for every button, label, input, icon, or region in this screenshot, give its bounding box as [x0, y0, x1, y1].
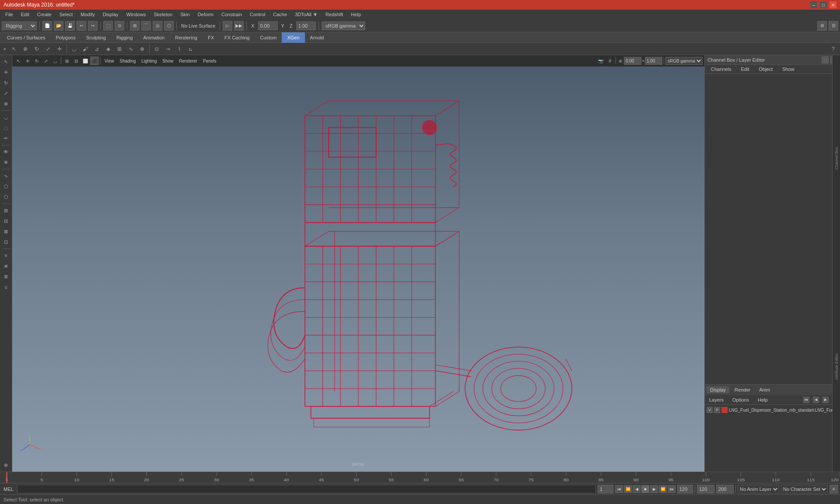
menu-cache[interactable]: Cache: [270, 11, 290, 18]
soft-select-tool[interactable]: ◡: [1, 112, 11, 122]
vp-x-input[interactable]: [624, 57, 641, 65]
cb-anim-tab[interactable]: Anim: [756, 386, 774, 393]
vp-soft-sel-btn[interactable]: ◡: [51, 56, 60, 65]
paint-skin-btn[interactable]: 🖌: [80, 44, 91, 54]
auto-key-btn[interactable]: K: [830, 485, 838, 494]
layer-color-swatch[interactable]: [721, 407, 728, 413]
tab-polygons[interactable]: Polygons: [50, 32, 80, 43]
paint-tool[interactable]: ✏: [1, 133, 11, 143]
show-hide-tool[interactable]: 👁: [1, 147, 11, 157]
frame-start-input[interactable]: [598, 485, 613, 494]
grid-tool-1[interactable]: ⊞: [1, 206, 11, 215]
vp-show-menu[interactable]: Show: [160, 58, 176, 64]
vp-select-btn[interactable]: ↖: [14, 56, 23, 65]
menu-skeleton[interactable]: Skeleton: [150, 11, 176, 18]
rotate-icon-btn[interactable]: ↻: [32, 44, 42, 54]
tab-fx[interactable]: FX: [203, 32, 219, 43]
cb-tab-channels[interactable]: Channels: [707, 66, 735, 73]
pb-go-end[interactable]: ⏭: [668, 485, 676, 493]
tab-curves-surfaces[interactable]: Curves / Surfaces: [2, 32, 50, 43]
character-set-select[interactable]: No Character Set: [781, 485, 828, 494]
freeze-tool[interactable]: ❄: [1, 158, 11, 167]
tab-animation[interactable]: Animation: [138, 32, 170, 43]
cb-expand-btn[interactable]: ⬚: [822, 56, 829, 63]
pb-stop[interactable]: ■: [641, 485, 649, 493]
cb-tab-object[interactable]: Object: [754, 66, 777, 73]
tab-sculpting[interactable]: Sculpting: [81, 32, 111, 43]
cb-help-tab[interactable]: Help: [755, 396, 770, 403]
cb-nav-prev[interactable]: ◀: [813, 397, 819, 403]
viewport[interactable]: ↖ ✛ ↻ ⤢ ◡ ⊞ ⊟ ⬜ ⬛ View Shading Lighting …: [12, 55, 704, 472]
layer-playback-toggle[interactable]: P: [714, 407, 720, 413]
new-scene-btn[interactable]: 📄: [42, 21, 52, 31]
vp-view-menu[interactable]: View: [102, 58, 117, 64]
menu-help[interactable]: Help: [347, 11, 364, 18]
scale-tool[interactable]: ⤢: [1, 88, 11, 98]
channel-box-toggle-btn[interactable]: ☰: [829, 21, 838, 31]
menu-deform[interactable]: Deform: [194, 11, 217, 18]
scale-icon-btn[interactable]: ⤢: [43, 44, 53, 54]
left-bottom-btn[interactable]: ⊕: [1, 460, 11, 470]
anim-layer-select[interactable]: No Anim Layer: [738, 485, 779, 494]
vp-camera-btn[interactable]: 📷: [596, 56, 605, 65]
lasso-btn[interactable]: ⊙: [115, 21, 124, 31]
snap-point-btn[interactable]: ◎: [153, 21, 162, 31]
menu-display[interactable]: Display: [99, 11, 122, 18]
soft-select-btn[interactable]: ◡: [69, 44, 79, 54]
menu-constrain[interactable]: Constrain: [218, 11, 245, 18]
undo-btn[interactable]: ↩: [77, 21, 86, 31]
tab-arnold[interactable]: Arnold: [305, 32, 329, 43]
universal-tool[interactable]: ⊕: [1, 99, 11, 108]
menu-modify[interactable]: Modify: [77, 11, 98, 18]
select-icon-btn[interactable]: ↖: [9, 44, 19, 54]
menu-redshift[interactable]: Redshift: [322, 11, 346, 18]
cb-layers-tab[interactable]: Layers: [707, 396, 726, 403]
snap-surface-btn[interactable]: ⬡: [164, 21, 174, 31]
menu-edit[interactable]: Edit: [18, 11, 33, 18]
snap-grid-btn[interactable]: ⊞: [130, 21, 140, 31]
vp-display-mode-1[interactable]: ⊞: [63, 56, 71, 65]
universal-icon-btn[interactable]: ✛: [54, 44, 65, 54]
cb-nav-first[interactable]: ⏮: [803, 397, 809, 403]
cluster-btn[interactable]: ◈: [103, 44, 113, 54]
vp-panels-menu[interactable]: Panels: [200, 58, 219, 64]
pb-step-fwd[interactable]: ⏩: [659, 485, 667, 493]
pb-go-start[interactable]: ⏮: [615, 485, 623, 493]
workspace-selector[interactable]: Rigging: [2, 21, 37, 30]
tab-rendering[interactable]: Rendering: [170, 32, 203, 43]
tab-xgen[interactable]: XGen: [282, 32, 304, 43]
vp-shading-menu[interactable]: Shading: [117, 58, 139, 64]
range-end-input[interactable]: [716, 485, 734, 494]
y-input[interactable]: 1.00: [296, 21, 316, 30]
spring-ik-btn[interactable]: ⊾: [186, 44, 196, 54]
tab-fx-caching[interactable]: FX Caching: [219, 32, 255, 43]
curve-tool[interactable]: ∿: [1, 171, 11, 181]
menu-file[interactable]: File: [2, 11, 17, 18]
move-tool[interactable]: ✛: [1, 67, 11, 77]
vp-wireframe-btn[interactable]: ⬛: [90, 56, 99, 65]
cb-tab-edit[interactable]: Edit: [736, 66, 753, 73]
vp-renderer-menu[interactable]: Renderer: [176, 58, 200, 64]
attr-tool-4[interactable]: ≤: [1, 282, 11, 292]
tab-custom[interactable]: Custom: [255, 32, 282, 43]
polygon-tool[interactable]: ⬠: [1, 192, 11, 202]
vp-scale-btn[interactable]: ⤢: [42, 56, 50, 65]
attr-tool-1[interactable]: ≡: [1, 251, 11, 260]
grid-tool-4[interactable]: ⊡: [1, 237, 11, 247]
menu-create[interactable]: Create: [34, 11, 55, 18]
minimize-button[interactable]: –: [810, 1, 817, 8]
vp-move-btn[interactable]: ✛: [23, 56, 32, 65]
cb-options-tab[interactable]: Options: [730, 396, 752, 403]
layer-visibility-toggle[interactable]: V: [707, 407, 713, 413]
menu-windows[interactable]: Windows: [123, 11, 150, 18]
tab-rigging[interactable]: Rigging: [111, 32, 138, 43]
menu-control[interactable]: Control: [246, 11, 269, 18]
cb-render-tab[interactable]: Render: [731, 386, 754, 393]
attr-tool-3[interactable]: ≣: [1, 272, 11, 281]
open-btn[interactable]: 📂: [54, 21, 63, 31]
vp-rotate-btn[interactable]: ↻: [32, 56, 41, 65]
timeline[interactable]: 1 5 10 15 20 25 30 35 40 45 50 55 60: [0, 472, 840, 483]
frame-end-input[interactable]: [677, 485, 693, 494]
cb-display-tab[interactable]: Display: [707, 386, 729, 393]
cb-tab-show[interactable]: Show: [778, 66, 799, 73]
